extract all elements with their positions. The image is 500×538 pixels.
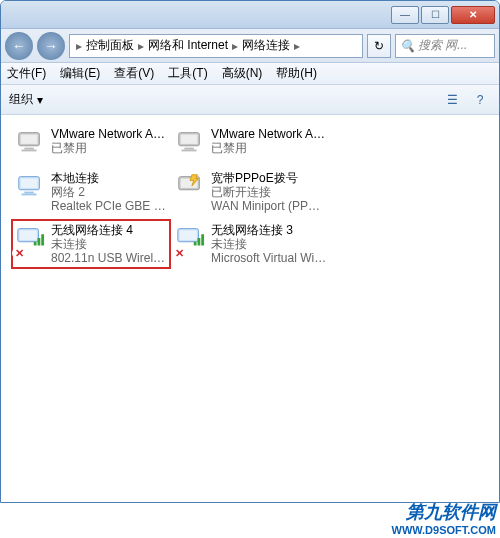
connection-name: VMware Network Adapter VMnet1 [51, 127, 167, 141]
network-connection-item[interactable]: ✕无线网络连接 4未连接802.11n USB Wireless LAN Car… [11, 219, 171, 269]
address-bar[interactable]: ▸ 控制面板 ▸ 网络和 Internet ▸ 网络连接 ▸ [69, 34, 363, 58]
connection-detail: WAN Miniport (PPPOE) [211, 199, 327, 213]
connection-icon: ✕ [175, 223, 205, 257]
connection-detail: Microsoft Virtual WiFi Minipor... [211, 251, 327, 265]
chevron-down-icon[interactable]: ▾ [37, 93, 43, 107]
svg-rect-22 [198, 238, 201, 246]
error-x-icon: ✕ [172, 246, 186, 260]
connection-status: 已禁用 [51, 141, 167, 155]
chevron-right-icon: ▸ [294, 39, 300, 53]
nav-row: ← → ▸ 控制面板 ▸ 网络和 Internet ▸ 网络连接 ▸ ↻ 🔍 搜… [1, 29, 499, 63]
breadcrumb-control-panel[interactable]: 控制面板 [86, 37, 134, 54]
connection-detail: 802.11n USB Wireless LAN Car... [51, 251, 167, 265]
network-connection-item[interactable]: VMware Network Adapter VMnet1已禁用 [11, 123, 171, 165]
forward-icon: → [44, 38, 58, 54]
svg-rect-3 [22, 150, 37, 152]
svg-rect-20 [180, 231, 197, 240]
svg-rect-18 [41, 234, 44, 245]
search-icon: 🔍 [400, 39, 415, 53]
explorer-window: — ☐ ✕ ← → ▸ 控制面板 ▸ 网络和 Internet ▸ 网络连接 ▸… [0, 0, 500, 503]
refresh-icon: ↻ [374, 39, 384, 53]
network-connection-item[interactable]: 宽带PPPoE拨号已断开连接WAN Miniport (PPPOE) [171, 167, 331, 217]
chevron-right-icon: ▸ [76, 39, 82, 53]
watermark: 第九软件网 WWW.D9SOFT.COM [392, 500, 497, 536]
watermark-text: 第九软件网 [392, 500, 497, 524]
svg-rect-5 [181, 135, 198, 144]
connection-icon: ✕ [15, 223, 45, 257]
connection-icon [15, 171, 45, 205]
svg-rect-7 [182, 150, 197, 152]
network-connection-item[interactable]: 本地连接网络 2Realtek PCIe GBE Family Contr... [11, 167, 171, 217]
menu-edit[interactable]: 编辑(E) [60, 65, 100, 82]
connection-status: 未连接 [51, 237, 167, 251]
connection-text: 无线网络连接 3未连接Microsoft Virtual WiFi Minipo… [211, 223, 327, 265]
forward-button[interactable]: → [37, 32, 65, 60]
connection-name: 本地连接 [51, 171, 167, 185]
maximize-icon: ☐ [431, 9, 440, 20]
connection-name: 无线网络连接 3 [211, 223, 327, 237]
search-placeholder: 搜索 网... [418, 37, 467, 54]
svg-rect-10 [24, 192, 33, 194]
connection-name: 宽带PPPoE拨号 [211, 171, 327, 185]
watermark-url: WWW.D9SOFT.COM [392, 524, 497, 536]
connection-icon [15, 127, 45, 161]
connection-status: 未连接 [211, 237, 327, 251]
breadcrumb-network-connections[interactable]: 网络连接 [242, 37, 290, 54]
menu-advanced[interactable]: 高级(N) [222, 65, 263, 82]
view-mode-button[interactable]: ☰ [441, 89, 463, 111]
connection-icon [175, 171, 205, 205]
content-pane: VMware Network Adapter VMnet1已禁用VMware N… [1, 115, 499, 277]
svg-rect-17 [38, 238, 41, 246]
svg-rect-1 [21, 135, 38, 144]
connection-text: 宽带PPPoE拨号已断开连接WAN Miniport (PPPOE) [211, 171, 327, 213]
breadcrumb-network-internet[interactable]: 网络和 Internet [148, 37, 228, 54]
connection-status: 已禁用 [211, 141, 327, 155]
connection-name: VMware Network Adapter VMnet8 [211, 127, 327, 141]
connection-text: 无线网络连接 4未连接802.11n USB Wireless LAN Car.… [51, 223, 167, 265]
svg-rect-15 [20, 231, 37, 240]
menubar: 文件(F) 编辑(E) 查看(V) 工具(T) 高级(N) 帮助(H) [1, 63, 499, 85]
menu-file[interactable]: 文件(F) [7, 65, 46, 82]
connection-text: VMware Network Adapter VMnet1已禁用 [51, 127, 167, 161]
connection-status: 已断开连接 [211, 185, 327, 199]
error-x-icon: ✕ [12, 246, 26, 260]
minimize-button[interactable]: — [391, 6, 419, 24]
connection-text: VMware Network Adapter VMnet8已禁用 [211, 127, 327, 161]
menu-help[interactable]: 帮助(H) [276, 65, 317, 82]
network-connection-item[interactable]: VMware Network Adapter VMnet8已禁用 [171, 123, 331, 165]
svg-rect-23 [201, 234, 204, 245]
chevron-right-icon: ▸ [138, 39, 144, 53]
menu-tools[interactable]: 工具(T) [168, 65, 207, 82]
chevron-right-icon: ▸ [232, 39, 238, 53]
close-icon: ✕ [469, 9, 477, 20]
connection-icon [175, 127, 205, 161]
connection-status: 网络 2 [51, 185, 167, 199]
network-connection-item[interactable]: ✕无线网络连接 3未连接Microsoft Virtual WiFi Minip… [171, 219, 331, 269]
organize-button[interactable]: 组织 [9, 91, 33, 108]
back-button[interactable]: ← [5, 32, 33, 60]
connection-detail: Realtek PCIe GBE Family Contr... [51, 199, 167, 213]
connection-name: 无线网络连接 4 [51, 223, 167, 237]
refresh-button[interactable]: ↻ [367, 34, 391, 58]
minimize-icon: — [400, 9, 410, 20]
svg-rect-11 [22, 194, 37, 196]
menu-view[interactable]: 查看(V) [114, 65, 154, 82]
maximize-button[interactable]: ☐ [421, 6, 449, 24]
help-button[interactable]: ? [469, 89, 491, 111]
svg-rect-6 [184, 148, 193, 150]
svg-rect-2 [24, 148, 33, 150]
svg-rect-16 [34, 242, 37, 246]
connection-text: 本地连接网络 2Realtek PCIe GBE Family Contr... [51, 171, 167, 213]
close-button[interactable]: ✕ [451, 6, 495, 24]
svg-rect-9 [21, 179, 38, 188]
back-icon: ← [12, 38, 26, 54]
titlebar: — ☐ ✕ [1, 1, 499, 29]
toolbar: 组织 ▾ ☰ ? [1, 85, 499, 115]
svg-rect-21 [194, 242, 197, 246]
search-input[interactable]: 🔍 搜索 网... [395, 34, 495, 58]
